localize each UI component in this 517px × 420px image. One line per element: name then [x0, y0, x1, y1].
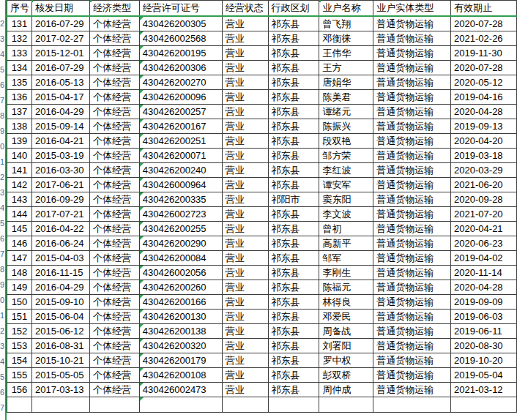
cell-entity[interactable]: 普通货物运输 — [373, 163, 451, 178]
cell-sn[interactable]: 137 — [7, 105, 32, 119]
cell-issued[interactable]: 2015-06-04 — [31, 310, 89, 324]
cell-econ[interactable]: 个体经营 — [89, 178, 139, 192]
cell-expires[interactable]: 2021-02-26 — [451, 31, 517, 46]
cell-owner[interactable]: 高新平 — [319, 236, 373, 251]
row-header-number[interactable]: 151 — [0, 308, 4, 323]
cell-econ[interactable]: 个体经营 — [89, 236, 139, 251]
cell-expires[interactable]: 2020-09-28 — [451, 192, 517, 207]
cell-district[interactable] — [268, 397, 319, 413]
cell-owner[interactable]: 陈振兴 — [319, 119, 373, 134]
cell-expires[interactable]: 2020-07-28 — [451, 16, 517, 31]
row-header-number[interactable]: 152 — [0, 323, 4, 339]
cell-issued[interactable]: 2017-07-21 — [31, 207, 89, 222]
cell-econ[interactable]: 个体经营 — [89, 31, 139, 46]
cell-status[interactable]: 营业 — [222, 324, 268, 339]
cell-sn[interactable]: 133 — [7, 46, 32, 61]
cell-entity[interactable]: 普通货物运输 — [373, 90, 451, 105]
cell-sn[interactable]: 148 — [7, 266, 32, 280]
cell-issued[interactable]: 2016-06-24 — [31, 236, 89, 251]
cell-entity[interactable]: 普通货物运输 — [373, 149, 451, 163]
cell-issued[interactable]: 2015-06-12 — [31, 324, 89, 339]
cell-owner[interactable]: 李刚生 — [319, 266, 373, 280]
cell-sn[interactable]: 151 — [7, 310, 32, 324]
cell-owner[interactable]: 刘署阳 — [319, 339, 373, 353]
cell-expires[interactable]: 2020-11-14 — [451, 266, 517, 280]
cell-econ[interactable]: 个体经营 — [89, 251, 139, 266]
cell-entity[interactable]: 普通货物运输 — [373, 266, 451, 280]
cell-license[interactable]: 430426200290 — [139, 236, 222, 251]
cell-sn[interactable]: 154 — [7, 353, 32, 368]
cell-district[interactable]: 祁东县 — [268, 368, 319, 383]
row-header-number[interactable]: 154 — [0, 354, 4, 370]
cell-expires[interactable]: 2019-11-30 — [451, 46, 517, 61]
cell-district[interactable]: 祁东县 — [268, 163, 319, 178]
row-header-number[interactable]: 150 — [0, 293, 4, 308]
cell-license[interactable]: 430426002568 — [139, 31, 222, 46]
cell-district[interactable]: 祁东县 — [268, 236, 319, 251]
cell-econ[interactable]: 个体经营 — [89, 90, 139, 105]
cell-owner[interactable]: 罗中权 — [319, 353, 373, 368]
row-header-number[interactable]: 137 — [0, 93, 4, 108]
cell-license[interactable]: 430426200096 — [139, 90, 222, 105]
cell-econ[interactable]: 个体经营 — [89, 163, 139, 178]
cell-district[interactable]: 祁东县 — [268, 383, 319, 397]
row-header-number[interactable]: 139 — [0, 124, 4, 139]
row-header-number[interactable]: 143 — [0, 185, 4, 200]
cell-entity[interactable]: 普通货物运输 — [373, 119, 451, 134]
cell-license[interactable]: 430426200306 — [139, 61, 222, 75]
cell-district[interactable]: 祁东县 — [268, 280, 319, 295]
cell-econ[interactable]: 个体经营 — [89, 75, 139, 90]
cell-econ[interactable] — [89, 397, 139, 413]
cell-owner[interactable]: 唐娟华 — [319, 75, 373, 90]
cell-owner[interactable]: 周备战 — [319, 324, 373, 339]
row-header-number[interactable]: 141 — [0, 154, 4, 170]
cell-expires[interactable]: 2021-03-12 — [451, 383, 517, 397]
cell-entity[interactable]: 普通货物运输 — [373, 368, 451, 383]
cell-district[interactable]: 祁东县 — [268, 31, 319, 46]
cell-econ[interactable]: 个体经营 — [89, 266, 139, 280]
row-header-number[interactable]: 132 — [0, 16, 4, 31]
cell-econ[interactable]: 个体经营 — [89, 192, 139, 207]
cell-status[interactable]: 营业 — [222, 353, 268, 368]
cell-econ[interactable]: 个体经营 — [89, 353, 139, 368]
cell-owner[interactable]: 谭绪元 — [319, 105, 373, 119]
cell-license[interactable]: 430426200257 — [139, 105, 222, 119]
cell-owner[interactable]: 谭安军 — [319, 178, 373, 192]
row-header-number[interactable]: 138 — [0, 108, 4, 124]
cell-entity[interactable]: 普通货物运输 — [373, 207, 451, 222]
cell-issued[interactable]: 2015-04-03 — [31, 251, 89, 266]
cell-sn[interactable]: 142 — [7, 178, 32, 192]
row-header-number[interactable]: 149 — [0, 277, 4, 293]
cell-expires[interactable]: 2020-07-28 — [451, 61, 517, 75]
cell-district[interactable]: 祁东县 — [268, 178, 319, 192]
cell-sn[interactable]: 150 — [7, 295, 32, 310]
cell-license[interactable]: 430426002723 — [139, 207, 222, 222]
cell-econ[interactable]: 个体经营 — [89, 149, 139, 163]
cell-owner[interactable]: 曾飞翔 — [319, 16, 373, 31]
cell-license[interactable]: 430426200167 — [139, 119, 222, 134]
cell-entity[interactable]: 普通货物运输 — [373, 310, 451, 324]
cell-issued[interactable]: 2015-09-14 — [31, 119, 89, 134]
cell-expires[interactable]: 2019-09-13 — [451, 119, 517, 134]
cell-issued[interactable]: 2016-09-29 — [31, 192, 89, 207]
cell-license[interactable]: 430426200138 — [139, 324, 222, 339]
cell-status[interactable]: 营业 — [222, 46, 268, 61]
cell-issued[interactable]: 2017-02-27 — [31, 31, 89, 46]
cell-expires[interactable]: 2019-05-04 — [451, 368, 517, 383]
cell-district[interactable]: 祁东县 — [268, 16, 319, 31]
cell-district[interactable]: 祁东县 — [268, 353, 319, 368]
cell-owner[interactable]: 李文波 — [319, 207, 373, 222]
cell-district[interactable]: 祁东县 — [268, 339, 319, 353]
cell-expires[interactable]: 2019-03-18 — [451, 149, 517, 163]
cell-owner[interactable]: 陈美君 — [319, 90, 373, 105]
cell-issued[interactable]: 2016-04-22 — [31, 222, 89, 236]
cell-entity[interactable]: 普通货物运输 — [373, 339, 451, 353]
cell-expires[interactable]: 2021-07-20 — [451, 207, 517, 222]
cell-license[interactable]: 430426002056 — [139, 266, 222, 280]
cell-issued[interactable]: 2015-03-19 — [31, 149, 89, 163]
cell-owner[interactable]: 陈福元 — [319, 280, 373, 295]
cell-status[interactable]: 营业 — [222, 251, 268, 266]
cell-expires[interactable]: 2019-04-16 — [451, 90, 517, 105]
cell-owner[interactable]: 王方 — [319, 61, 373, 75]
cell-sn[interactable]: 149 — [7, 280, 32, 295]
